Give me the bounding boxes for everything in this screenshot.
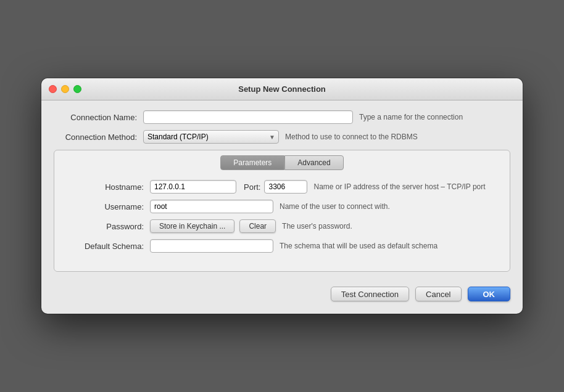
port-label: Port: [244,182,260,192]
close-button[interactable] [49,85,57,93]
store-keychain-button[interactable]: Store in Keychain ... [150,219,234,233]
password-label: Password: [60,222,150,231]
connection-name-input[interactable] [143,110,353,124]
minimize-button[interactable] [61,85,69,93]
default-schema-input[interactable] [150,239,273,253]
window-body: Connection Name: Type a name for the con… [41,100,523,314]
tab-content-parameters: Hostname: Port: Name or IP address of th… [54,170,510,271]
hostname-label: Hostname: [60,182,150,192]
connection-name-row: Connection Name: Type a name for the con… [54,110,510,124]
password-hint: The user's password. [282,222,352,231]
port-input[interactable] [264,180,307,194]
connection-method-hint: Method to use to connect to the RDBMS [285,133,418,141]
tab-panel: Parameters Advanced Hostname: Port: Name… [54,150,510,272]
username-hint: Name of the user to connect with. [280,202,390,211]
tab-parameters[interactable]: Parameters [220,155,284,170]
username-label: Username: [60,202,150,211]
main-window: Setup New Connection Connection Name: Ty… [41,78,523,314]
tab-header: Parameters Advanced [54,150,510,170]
hostname-row: Hostname: Port: Name or IP address of th… [60,180,504,194]
hostname-input[interactable] [150,180,236,194]
default-schema-label: Default Schema: [60,242,150,251]
connection-method-row: Connection Method: Standard (TCP/IP) Loc… [54,130,510,144]
tab-advanced[interactable]: Advanced [284,155,343,170]
test-connection-button[interactable]: Test Connection [331,287,409,301]
footer-buttons: Test Connection Cancel OK [54,280,510,301]
clear-button[interactable]: Clear [239,219,276,233]
window-title: Setup New Connection [238,84,326,94]
username-row: Username: Name of the user to connect wi… [60,200,504,213]
maximize-button[interactable] [73,85,81,93]
hostname-hint: Name or IP address of the server host – … [313,182,485,191]
ok-button[interactable]: OK [468,287,511,301]
connection-method-wrapper: Standard (TCP/IP) Local Socket / Pipe St… [143,130,279,144]
username-input[interactable] [150,200,273,213]
titlebar: Setup New Connection [41,78,523,100]
connection-name-label: Connection Name: [54,113,143,122]
connection-name-hint: Type a name for the connection [359,113,463,121]
cancel-button[interactable]: Cancel [415,287,461,301]
connection-method-label: Connection Method: [54,133,143,142]
default-schema-hint: The schema that will be used as default … [280,242,438,250]
password-row: Password: Store in Keychain ... Clear Th… [60,219,504,233]
default-schema-row: Default Schema: The schema that will be … [60,239,504,253]
window-controls [49,85,81,93]
connection-method-select[interactable]: Standard (TCP/IP) Local Socket / Pipe St… [143,130,279,144]
